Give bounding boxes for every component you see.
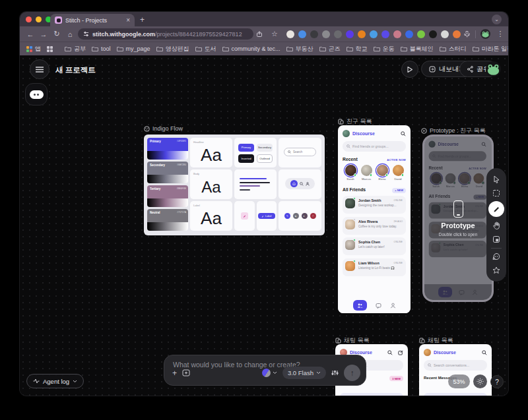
- new-tab-button[interactable]: +: [140, 15, 145, 24]
- bookmark-folder[interactable]: 운동: [374, 45, 395, 53]
- extension-icon[interactable]: [286, 30, 294, 38]
- tune-settings-button[interactable]: [331, 369, 339, 376]
- extensions-puzzle-icon[interactable]: [463, 30, 471, 38]
- extension-icon[interactable]: [441, 30, 449, 38]
- bookmark-folder[interactable]: community & tec...: [222, 45, 280, 52]
- extension-icon[interactable]: [381, 30, 389, 38]
- recent-friend: Sarah: [343, 165, 358, 181]
- close-window-button[interactable]: [26, 16, 32, 22]
- chevron-down-icon: [316, 371, 321, 375]
- sun-icon: [477, 378, 484, 385]
- marquee-icon: [492, 189, 500, 197]
- hand-icon: [493, 222, 500, 229]
- frame-label-indigo-flow[interactable]: Indigo Flow: [144, 125, 183, 132]
- model-selector[interactable]: 3.0 Flash: [282, 367, 326, 379]
- bookmark-folder[interactable]: 블록체인: [401, 45, 434, 53]
- add-attachment-button[interactable]: +: [172, 369, 177, 378]
- menu-button[interactable]: [30, 59, 50, 79]
- extension-icon[interactable]: [417, 30, 425, 38]
- extension-icon[interactable]: [310, 30, 318, 38]
- chrome-menu-icon[interactable]: ⋮: [495, 30, 506, 38]
- swatch-primary: Primary#4F46E5: [147, 138, 188, 160]
- share-page-icon[interactable]: [256, 31, 267, 38]
- bookmark-folder[interactable]: my_page: [117, 45, 150, 52]
- extension-icon[interactable]: [393, 30, 401, 38]
- user-avatar[interactable]: [486, 61, 501, 76]
- preview-play-button[interactable]: [401, 61, 418, 78]
- bookmark-folder[interactable]: 마라톤 일정: [473, 45, 508, 53]
- design-system-frame[interactable]: Primary#4F46E5 Secondary#6B7280 Tertiary…: [144, 135, 325, 235]
- extension-icon[interactable]: [429, 30, 437, 38]
- search-icon: [387, 350, 393, 355]
- zoom-level-badge[interactable]: 53%: [448, 375, 470, 388]
- extension-icon[interactable]: [346, 30, 354, 38]
- send-button[interactable]: ↑: [344, 365, 360, 381]
- activity-icon: [33, 378, 40, 384]
- tab-search-button[interactable]: ⌄: [492, 15, 502, 24]
- app-name: Discourse: [434, 350, 479, 355]
- friend-card: Liam Wilson Listening to Lo-Fi beats 🎧 O…: [343, 258, 406, 276]
- stitch-canvas[interactable]: 새 프로젝트 내보내기 공유 Indigo Flow Primary#4F46E…: [20, 55, 508, 396]
- friend-card: Alex Rivera Coffee is my only love today…: [343, 217, 406, 235]
- recent-friend: Elena: [375, 165, 389, 181]
- extension-icon[interactable]: [334, 30, 342, 38]
- forward-icon[interactable]: →: [38, 30, 49, 38]
- bookmark-folder[interactable]: 부동산: [286, 45, 314, 53]
- theme-selector[interactable]: [262, 369, 277, 377]
- recent-friend: Marcus: [359, 165, 374, 181]
- search-nav-icon: [300, 182, 304, 186]
- extension-icon[interactable]: [358, 30, 366, 38]
- agent-log-button[interactable]: Agent log: [26, 374, 84, 388]
- bookmark-folder[interactable]: 학교: [346, 45, 368, 53]
- prototype-phone[interactable]: Discourse Find friends or groups... Rece…: [422, 135, 494, 302]
- close-tab-icon[interactable]: ×: [126, 16, 130, 24]
- palette-icon: [144, 126, 150, 132]
- bookmark-star-icon[interactable]: ☆: [269, 30, 280, 38]
- favorite-tool[interactable]: [491, 265, 502, 276]
- select-tool[interactable]: [491, 174, 502, 185]
- friends-frame[interactable]: Discourse Find friends or groups... Rece…: [338, 125, 411, 313]
- address-bar[interactable]: stitch.withgoogle.com/projects/884421897…: [78, 28, 253, 40]
- extension-icon[interactable]: [405, 30, 413, 38]
- draw-tool[interactable]: [488, 201, 504, 217]
- app-avatar: [343, 130, 350, 137]
- extension-icon[interactable]: [322, 30, 330, 38]
- pink-chip-card: [234, 201, 255, 231]
- palette-chip-icon: ◐: [302, 213, 308, 219]
- extension-icon[interactable]: [370, 30, 378, 38]
- reload-icon[interactable]: ↻: [51, 30, 62, 38]
- add-frame-button[interactable]: [182, 369, 190, 376]
- back-icon[interactable]: ←: [25, 30, 36, 38]
- bookmark-folder[interactable]: 스터디: [440, 45, 467, 53]
- sample-inverted-button: Inverted: [238, 154, 254, 164]
- hand-tool[interactable]: [491, 220, 502, 231]
- extension-icon[interactable]: [453, 30, 461, 38]
- comment-tool[interactable]: [491, 251, 502, 262]
- help-button[interactable]: ?: [490, 375, 504, 388]
- browser-tab[interactable]: Stitch - Projects ×: [50, 14, 135, 26]
- bookmark-folder[interactable]: 도서: [195, 45, 216, 53]
- minimize-window-button[interactable]: [36, 16, 42, 22]
- marquee-tool[interactable]: [491, 188, 502, 198]
- typography-body-card: Body Aa: [190, 169, 232, 199]
- toggle-pill-icon: [30, 90, 44, 99]
- person-nav-icon: [306, 182, 310, 186]
- prototype-play-icon: [421, 128, 427, 134]
- apps-shortcut[interactable]: 앱: [26, 45, 41, 53]
- reading-list-icon[interactable]: [47, 46, 53, 52]
- profile-tab-icon: [390, 303, 396, 309]
- bookmark-folder[interactable]: 공부: [65, 45, 86, 53]
- profile-frog-avatar[interactable]: [480, 29, 490, 39]
- theme-toggle-button[interactable]: [473, 375, 487, 388]
- insert-image-tool[interactable]: [491, 234, 502, 245]
- frame-plus-icon: [182, 369, 190, 376]
- home-icon[interactable]: ⌂: [65, 30, 75, 38]
- tab-title: Stitch - Projects: [65, 17, 123, 24]
- bookmark-folder[interactable]: tool: [92, 45, 111, 52]
- agent-chat-toggle[interactable]: [25, 83, 48, 105]
- prototype-overlay[interactable]: Prototype Double click to open: [424, 136, 492, 300]
- bookmark-folder[interactable]: 영상편집: [156, 45, 189, 53]
- bottom-nav: [338, 297, 411, 313]
- bookmark-folder[interactable]: 곤즈: [319, 45, 341, 53]
- extension-icon[interactable]: [298, 30, 306, 38]
